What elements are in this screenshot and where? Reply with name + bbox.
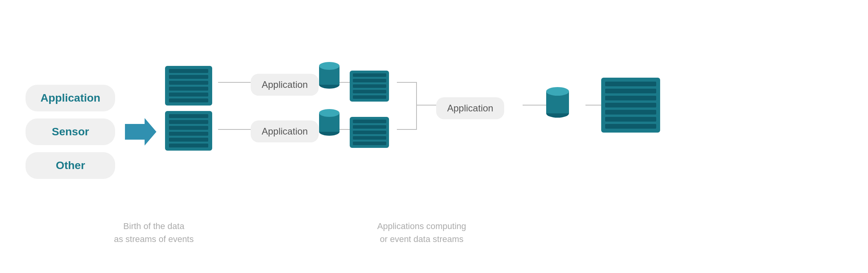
rack-bar bbox=[169, 138, 208, 142]
source-pill-other: Other bbox=[26, 152, 115, 179]
rack-bar bbox=[353, 120, 386, 123]
rack-bar bbox=[353, 142, 386, 145]
bottom-label-right-text: Applications computingor event data stre… bbox=[377, 221, 466, 244]
rack-bar bbox=[353, 84, 386, 88]
rack-top-right bbox=[350, 71, 389, 102]
rack-bar bbox=[605, 96, 656, 100]
rack-bar bbox=[169, 126, 208, 130]
db-top-cap bbox=[319, 62, 339, 70]
rack-final bbox=[601, 78, 660, 133]
rack-bar bbox=[353, 90, 386, 93]
rack-bar bbox=[605, 124, 656, 129]
svg-marker-6 bbox=[125, 118, 156, 146]
app-pill-bottom: Application bbox=[251, 120, 319, 142]
app-pill-top: Application bbox=[251, 74, 319, 96]
rack-bar bbox=[169, 81, 208, 85]
rack-bar bbox=[605, 103, 656, 107]
app-label-right: Application bbox=[447, 103, 493, 114]
source-label-other: Other bbox=[56, 159, 85, 172]
input-rack-top bbox=[165, 66, 212, 106]
app-label-bottom: Application bbox=[262, 126, 308, 137]
source-label-sensor: Sensor bbox=[52, 126, 89, 138]
rack-bar bbox=[169, 98, 208, 102]
input-rack-bottom bbox=[165, 111, 212, 151]
label-birth-data: Birth of the dataas streams of events bbox=[114, 220, 194, 246]
db-top-cap bbox=[546, 87, 569, 96]
rack-bar bbox=[169, 120, 208, 124]
arrow-icon bbox=[125, 116, 156, 147]
rack-bar bbox=[353, 79, 386, 82]
label-computing: Applications computingor event data stre… bbox=[377, 220, 466, 246]
bottom-label-left-text: Birth of the dataas streams of events bbox=[114, 221, 194, 244]
db-top-cap bbox=[319, 109, 339, 117]
db-right bbox=[546, 87, 569, 118]
rack-bar bbox=[353, 136, 386, 140]
rack-bar bbox=[353, 73, 386, 77]
rack-bar bbox=[169, 75, 208, 79]
rack-bar bbox=[353, 95, 386, 99]
rack-bar bbox=[605, 89, 656, 93]
rack-bar bbox=[605, 82, 656, 86]
rack-bar bbox=[169, 114, 208, 118]
big-arrow bbox=[125, 116, 156, 149]
source-pill-application: Application bbox=[26, 85, 115, 111]
source-label-application: Application bbox=[40, 92, 100, 104]
db-top bbox=[319, 62, 339, 89]
rack-bar bbox=[169, 132, 208, 136]
diagram-container: Application Sensor Other Application bbox=[0, 0, 868, 273]
rack-bar bbox=[605, 117, 656, 122]
app-label-top: Application bbox=[262, 79, 308, 90]
source-pill-sensor: Sensor bbox=[26, 118, 115, 145]
rack-bar bbox=[353, 131, 386, 134]
rack-bottom-right bbox=[350, 117, 389, 148]
rack-bar bbox=[353, 125, 386, 129]
rack-bar bbox=[169, 93, 208, 96]
app-pill-right: Application bbox=[436, 97, 504, 119]
rack-bar bbox=[605, 110, 656, 115]
rack-bar bbox=[169, 69, 208, 73]
source-group: Application Sensor Other bbox=[26, 85, 115, 179]
db-bottom bbox=[319, 109, 339, 136]
rack-bar bbox=[169, 87, 208, 91]
rack-bar bbox=[169, 144, 208, 147]
